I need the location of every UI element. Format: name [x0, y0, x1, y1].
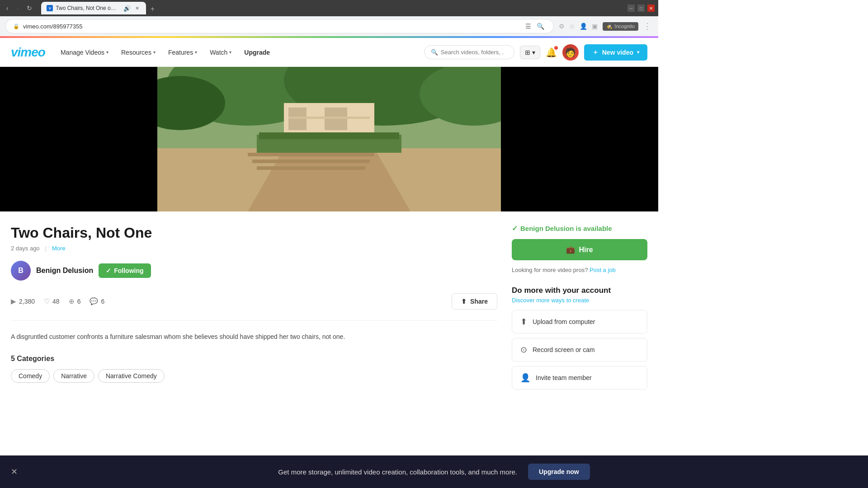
browser-back-btn[interactable]: ‹ [4, 3, 11, 13]
stats-row: ▶ 2,380 ♡ 48 ⊕ 6 💬 6 ⬆ Share [11, 293, 497, 321]
main-content: Two Chairs, Not One 2 days ago | More B … [11, 224, 497, 397]
content-wrapper: Two Chairs, Not One 2 days ago | More B … [0, 211, 658, 406]
do-more-title: Do more with your account [512, 286, 647, 295]
notification-badge [554, 46, 558, 50]
notifications-btn[interactable]: 🔔 [546, 47, 557, 58]
address-bar-row: 🔒 vimeo.com/895977355 ☰ 🔍 ⚙ ☆ 👤 ▣ 🕵 Inco… [0, 16, 658, 36]
nav-watch[interactable]: Watch ▾ [203, 38, 238, 67]
tab-bar: V Two Chairs, Not One on Vi... 🔊 ✕ + [41, 2, 158, 14]
like-count: 48 [52, 298, 60, 305]
share-btn[interactable]: ⬆ Share [452, 293, 497, 310]
share-icon: ⬆ [461, 298, 467, 305]
workspace-button[interactable]: ⊞ ▾ [520, 46, 540, 59]
stat-likes[interactable]: ♡ 48 [44, 297, 60, 305]
read-mode-btn[interactable]: ☰ [524, 22, 533, 31]
search-btn[interactable]: 🔍 [535, 22, 546, 31]
url-display: vimeo.com/895977355 [23, 23, 83, 30]
stat-comments[interactable]: 💬 6 [90, 297, 104, 305]
hire-btn[interactable]: 💼 Hire [512, 239, 647, 260]
video-scene-svg [157, 67, 501, 211]
availability-badge: ✓ Benign Delusion is available [512, 224, 647, 233]
main-nav: Manage Videos ▾ Resources ▾ Features ▾ W… [54, 38, 276, 67]
record-action-card[interactable]: ⊙ Record screen or cam [512, 338, 647, 361]
window-controls: ─ □ ✕ [627, 5, 655, 12]
lock-icon: 🔒 [13, 23, 19, 29]
channel-row: B Benign Delusion ✓ Following [11, 261, 497, 281]
nav-features[interactable]: Features ▾ [162, 38, 203, 67]
header-right: 🔍 ⊞ ▾ 🔔 🧑 ＋ New video ▾ [424, 44, 647, 61]
nav-upgrade[interactable]: Upgrade [238, 38, 276, 67]
vimeo-logo[interactable]: vimeo [11, 45, 45, 60]
availability-text: Benign Delusion is available [520, 225, 612, 232]
svg-rect-9 [257, 166, 365, 170]
nav-resources[interactable]: Resources ▾ [115, 38, 162, 67]
close-btn[interactable]: ✕ [647, 5, 655, 12]
upload-time: 2 days ago [11, 245, 40, 252]
comment-count: 6 [101, 298, 104, 305]
following-btn[interactable]: ✓ Following [99, 263, 151, 278]
category-tag-comedy[interactable]: Comedy [11, 369, 50, 383]
stat-collections[interactable]: ⊕ 6 [69, 297, 81, 305]
post-job-link[interactable]: Post a job [590, 267, 616, 273]
workspace-icon: ⊞ [525, 49, 530, 56]
vimeo-header: vimeo Manage Videos ▾ Resources ▾ Featur… [0, 38, 658, 67]
active-tab[interactable]: V Two Chairs, Not One on Vi... 🔊 ✕ [41, 2, 146, 14]
new-tab-btn[interactable]: + [147, 4, 158, 14]
availability-check-icon: ✓ [512, 224, 518, 233]
plus-icon: ＋ [592, 48, 599, 56]
record-icon: ⊙ [520, 345, 527, 355]
tab-close-btn[interactable]: ✕ [133, 5, 141, 12]
svg-rect-15 [259, 132, 399, 139]
profile-btn[interactable]: 👤 [578, 21, 589, 31]
category-tag-narrative-comedy[interactable]: Narrative Comedy [98, 369, 165, 383]
comment-icon: 💬 [90, 297, 98, 305]
extensions-btn[interactable]: ⚙ [557, 21, 566, 31]
svg-rect-8 [252, 160, 370, 163]
maximize-btn[interactable]: □ [637, 5, 645, 12]
incognito-label: Incognito [614, 23, 635, 29]
discover-link[interactable]: Discover more ways to create [512, 297, 647, 304]
category-tag-narrative[interactable]: Narrative [53, 369, 94, 383]
more-btn[interactable]: ⋮ [642, 20, 653, 33]
sidebar-btn[interactable]: ▣ [590, 21, 599, 31]
video-player[interactable] [0, 67, 658, 211]
search-icon: 🔍 [431, 49, 438, 56]
upload-icon: ⬆ [520, 317, 527, 327]
user-avatar[interactable]: 🧑 [562, 44, 579, 61]
tab-favicon: V [47, 5, 53, 11]
features-chevron: ▾ [195, 50, 197, 55]
address-bar[interactable]: 🔒 vimeo.com/895977355 ☰ 🔍 [5, 19, 554, 33]
channel-name[interactable]: Benign Delusion [36, 267, 93, 275]
collection-count: 6 [77, 298, 81, 305]
view-count: 2,380 [19, 298, 35, 305]
channel-avatar[interactable]: B [11, 261, 31, 281]
tab-title: Two Chairs, Not One on Vi... [56, 5, 119, 11]
resources-chevron: ▾ [153, 50, 156, 55]
upload-action-card[interactable]: ⬆ Upload from computer [512, 310, 647, 333]
watch-chevron: ▾ [229, 50, 231, 55]
collection-icon: ⊕ [69, 297, 75, 305]
bookmark-btn[interactable]: ☆ [568, 21, 576, 31]
workspace-chevron: ▾ [532, 49, 535, 56]
upload-label: Upload from computer [533, 318, 595, 325]
browser-forward-btn[interactable]: › [14, 3, 22, 13]
incognito-badge: 🕵 Incognito [603, 22, 638, 31]
invite-action-card[interactable]: 👤 Invite team member [512, 366, 647, 389]
new-video-chevron: ▾ [637, 50, 639, 55]
browser-top-bar: ‹ › ↻ V Two Chairs, Not One on Vi... 🔊 ✕… [0, 0, 658, 16]
search-input[interactable] [441, 49, 504, 56]
new-video-btn[interactable]: ＋ New video ▾ [584, 44, 647, 61]
manage-videos-chevron: ▾ [106, 50, 108, 55]
search-bar[interactable]: 🔍 [424, 45, 514, 59]
play-icon: ▶ [11, 297, 16, 305]
sidebar: ✓ Benign Delusion is available 💼 Hire Lo… [512, 224, 647, 397]
more-link[interactable]: More [52, 245, 66, 252]
categories-title: 5 Categories [11, 355, 497, 363]
browser-refresh-btn[interactable]: ↻ [24, 3, 35, 13]
nav-manage-videos[interactable]: Manage Videos ▾ [54, 38, 115, 67]
invite-icon: 👤 [520, 373, 530, 383]
minimize-btn[interactable]: ─ [627, 5, 635, 12]
address-actions: ☰ 🔍 [524, 22, 546, 31]
record-label: Record screen or cam [533, 346, 595, 353]
video-title: Two Chairs, Not One [11, 224, 497, 241]
